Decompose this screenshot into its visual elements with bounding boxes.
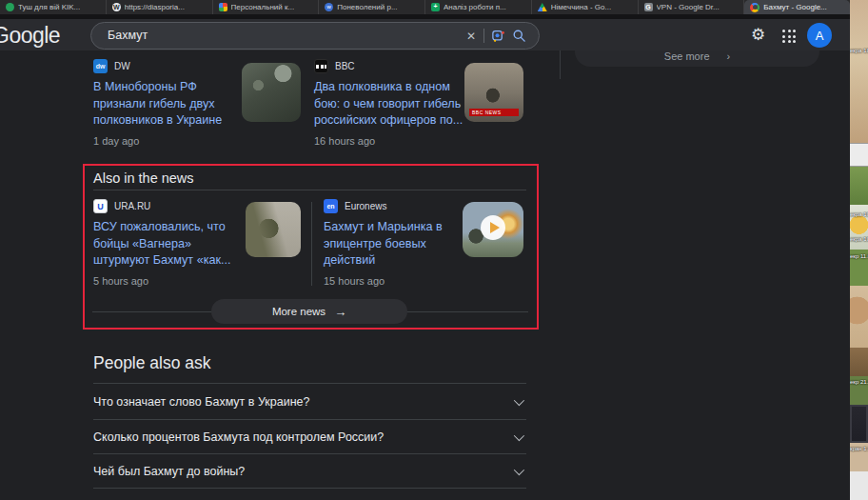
panel-divider xyxy=(560,50,561,79)
news-card: en Euronews Бахмут и Марьинка в эпицентр… xyxy=(324,199,523,287)
google-drive-icon xyxy=(538,3,547,11)
news-timestamp: 16 hours ago xyxy=(314,135,375,147)
screenshot-filename-label: екр 21.0 xyxy=(850,379,868,386)
browser-tab-vpn[interactable]: VPN - Google Dr... xyxy=(639,0,745,14)
search-header: Google Бахмут ✕ ⚙ A xyxy=(0,19,850,50)
avatar[interactable]: A xyxy=(807,23,832,48)
desktop-screenshot-thumbnail[interactable] xyxy=(850,143,868,167)
article-thumbnail[interactable] xyxy=(242,63,301,122)
desktop-screenshot-thumbnail[interactable] xyxy=(850,348,868,376)
browser-tab-ponevolenyi[interactable]: Поневолений р... xyxy=(319,0,425,14)
grey-g-icon xyxy=(644,3,653,11)
sheets-icon xyxy=(431,3,440,11)
search-divider xyxy=(483,29,484,43)
google-g-icon xyxy=(750,3,760,12)
kik-site-icon xyxy=(6,3,14,11)
google-logo[interactable]: Google xyxy=(0,23,60,49)
browser-tab-nimechchyna[interactable]: Німеччина - Go... xyxy=(532,0,639,14)
chevron-down-icon xyxy=(514,430,524,440)
screenshot-filename-label: екра 10.3 xyxy=(850,211,868,218)
also-in-news-title: Also in the news xyxy=(93,170,194,186)
play-button-icon xyxy=(481,215,505,240)
settings-gear-icon[interactable]: ⚙ xyxy=(751,19,765,50)
clear-icon[interactable]: ✕ xyxy=(466,23,476,49)
people-also-ask-title: People also ask xyxy=(93,353,211,373)
search-query-text: Бахмут xyxy=(108,23,148,49)
bbc-favicon xyxy=(314,59,328,73)
desktop-screenshot-thumbnail[interactable] xyxy=(850,0,868,143)
apps-grid-icon[interactable] xyxy=(782,30,796,43)
browser-tab-bakhmut-active[interactable]: Бахмут - Google... xyxy=(744,0,850,14)
video-thumbnail[interactable] xyxy=(463,202,523,257)
news-card: dw DW В Минобороны РФ признали гибель дв… xyxy=(93,59,301,147)
desktop-screenshot-thumbnail[interactable] xyxy=(850,471,868,500)
euronews-favicon: en xyxy=(324,199,338,213)
news-headline-link[interactable]: В Минобороны РФ признали гибель двух пол… xyxy=(93,79,238,130)
arrow-right-icon: → xyxy=(334,305,346,319)
news-timestamp: 5 hours ago xyxy=(93,275,148,287)
desktop-screenshot-thumbnail[interactable] xyxy=(850,405,868,443)
screenshot-filename-label: екра 10.4 xyxy=(850,236,868,243)
news-card: U URA.RU ВСУ пожаловались, что бойцы «Ва… xyxy=(93,199,301,287)
chevron-right-icon: › xyxy=(727,50,731,62)
article-thumbnail[interactable]: BBC NEWS xyxy=(464,63,523,122)
browser-tab-diasporia[interactable]: https://diasporia... xyxy=(107,0,213,14)
news-headline-link[interactable]: Бахмут и Марьинка в эпицентре боевых дей… xyxy=(324,219,455,270)
chevron-down-icon xyxy=(514,464,524,474)
question-row[interactable]: Что означает слово Бахмут в Украине? xyxy=(93,384,526,420)
news-headline-link[interactable]: Два полковника в одном бою: о чем говори… xyxy=(314,79,464,130)
screenshot-filename-label: кран 1.03 xyxy=(850,446,868,452)
more-news-button[interactable]: More news → xyxy=(211,299,407,324)
desktop-screenshot-thumbnail[interactable] xyxy=(850,286,868,348)
search-input[interactable]: Бахмут ✕ xyxy=(90,22,540,50)
desktop-screenshot-thumbnail[interactable] xyxy=(850,167,868,205)
news-timestamp: 15 hours ago xyxy=(324,275,385,287)
browser-tab-bar: Туш для вій KIK... https://diasporia... … xyxy=(0,0,850,14)
color-grid-icon xyxy=(219,3,227,11)
window-chrome-strip xyxy=(0,14,850,19)
news-headline-link[interactable]: ВСУ пожаловались, что бойцы «Вагнера» шт… xyxy=(93,219,238,270)
bbc-news-banner: BBC NEWS xyxy=(469,109,519,116)
chevron-down-icon xyxy=(514,394,524,405)
wordpress-icon xyxy=(112,3,121,11)
card-divider xyxy=(311,202,312,286)
screenshot-filename-label: екр 11.0 xyxy=(850,253,868,260)
search-icon[interactable] xyxy=(512,23,526,49)
news-card: BBC Два полковника в одном бою: о чем го… xyxy=(314,59,523,147)
blue-w-icon xyxy=(325,3,333,11)
google-lens-icon[interactable] xyxy=(491,23,505,49)
browser-tab-personal[interactable]: Персональний к... xyxy=(213,0,320,14)
article-thumbnail[interactable] xyxy=(246,202,301,257)
browser-tab-kik[interactable]: Туш для вій KIK... xyxy=(0,0,107,14)
section-divider xyxy=(93,190,526,190)
news-timestamp: 1 day ago xyxy=(93,135,139,147)
question-row[interactable]: Сколько процентов Бахмута под контролем … xyxy=(93,420,526,454)
screen: { "browser": { "tabs": [ {"title": "Туш … xyxy=(0,0,868,500)
desktop-thumbnail-strip: екра 18.1 екра 10.3 екра 10.4 екр 11.0 е… xyxy=(850,0,868,500)
question-row[interactable]: Чей был Бахмут до войны? xyxy=(93,454,526,489)
dw-favicon: dw xyxy=(93,59,108,73)
screenshot-filename-label: екра 18.1 xyxy=(850,48,868,54)
ura-favicon: U xyxy=(93,199,108,213)
browser-tab-analiz[interactable]: Аналіз роботи п... xyxy=(425,0,532,14)
